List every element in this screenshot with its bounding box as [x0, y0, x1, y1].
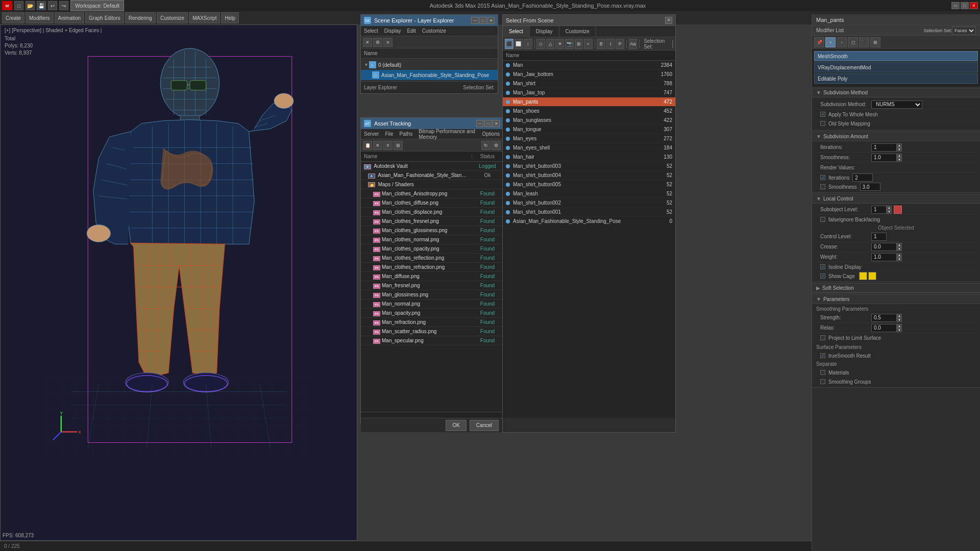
rp-iter-down[interactable]: ▼ — [897, 147, 902, 152]
at-row-opacity[interactable]: PSMan_clothes_opacity.png Found — [361, 244, 503, 254]
at-row-glossiness[interactable]: PSMan_clothes_glossiness.png Found — [361, 226, 503, 235]
animation-tab[interactable]: Animation — [55, 12, 84, 23]
ss-row-eyes-shell[interactable]: Man_eyes_shell 184 — [503, 143, 675, 153]
rp-subobj-spinner[interactable]: 1 ▲ ▼ — [871, 206, 892, 214]
ss-row-man[interactable]: Man 2384 — [503, 61, 675, 70]
rp-selection-type[interactable]: Faces — [952, 27, 976, 35]
at-maximize[interactable]: □ — [484, 120, 492, 127]
ss-tab-customize[interactable]: Customize — [559, 26, 596, 37]
at-row-displace[interactable]: PSMan_clothes_displace.png Found — [361, 208, 503, 217]
rp-weight-spinner[interactable]: 1.0 ▲ ▼ — [871, 253, 902, 261]
at-menu-server[interactable]: Server — [364, 131, 379, 137]
open-button[interactable]: 📂 — [26, 1, 35, 10]
ss-tb-none[interactable]: ⬜ — [514, 39, 523, 49]
rp-tb-polygons[interactable]: ⬛ — [859, 37, 869, 47]
ss-row-sunglasses[interactable]: Man_sunglasses 422 — [503, 116, 675, 125]
rp-iterations-spinner[interactable]: 1 ▲ ▼ — [871, 143, 902, 152]
rp-strength-down[interactable]: ▼ — [897, 318, 902, 322]
ss-row-hair[interactable]: Man_hair 130 — [503, 153, 675, 162]
rp-mod-editable-poly[interactable]: Editable Poly — [814, 73, 978, 84]
rp-old-style-checkbox[interactable] — [820, 121, 825, 126]
ss-tb-helpers[interactable]: ⊞ — [575, 39, 583, 49]
rp-tb-edges[interactable]: ▫ — [837, 37, 847, 47]
ss-tb-geo[interactable]: ◇ — [536, 39, 545, 49]
rp-method-select[interactable]: NURMS — [871, 101, 922, 109]
at-scrollbar[interactable] — [361, 412, 503, 418]
ss-tb-lights[interactable]: ☀ — [555, 39, 564, 49]
maxscript-tab[interactable]: MAXScript — [189, 12, 220, 23]
at-row-man-scatter[interactable]: PSMan_scatter_radius.png Found — [361, 327, 503, 336]
rp-relax-down[interactable]: ▼ — [897, 328, 902, 332]
ss-row-eyes[interactable]: Man_eyes 272 — [503, 134, 675, 143]
rp-render-iter-checkbox[interactable] — [820, 175, 825, 180]
rp-ignore-backfacing-checkbox[interactable] — [820, 217, 825, 222]
ss-row-button002[interactable]: Man_shirt_button002 52 — [503, 198, 675, 208]
at-row-man-specular[interactable]: PSMan_specular.png Found — [361, 336, 503, 345]
rp-strength-up[interactable]: ▲ — [897, 314, 902, 318]
minimize-button[interactable]: ─ — [951, 2, 960, 9]
at-menu-bitmap[interactable]: Bitmap Performance and Memory — [419, 129, 476, 140]
rp-strength-spinner[interactable]: 0.5 ▲ ▼ — [871, 314, 902, 322]
at-minimize[interactable]: ─ — [476, 120, 483, 127]
ss-tab-display[interactable]: Display — [530, 26, 559, 37]
ss-close-button[interactable]: ✕ — [665, 17, 672, 24]
at-menu-options[interactable]: Options — [482, 131, 500, 137]
rp-smooth-result-checkbox[interactable] — [820, 353, 825, 358]
scene-explorer-close[interactable]: ✕ — [487, 17, 495, 24]
ss-tb-shapes[interactable]: △ — [546, 39, 555, 49]
rp-relax-spinner[interactable]: 0.0 ▲ ▼ — [871, 324, 902, 332]
save-button[interactable]: 💾 — [37, 1, 46, 10]
at-row-model[interactable]: A Asian_Man_Fashionable_Style_Standing_P… — [361, 171, 503, 180]
se-menu-edit[interactable]: Edit — [407, 28, 416, 34]
create-tab[interactable]: Create — [2, 12, 24, 23]
ss-row-button003[interactable]: Man_shirt_button003 52 — [503, 162, 675, 171]
se-menu-select[interactable]: Select — [364, 28, 378, 34]
at-menu-paths[interactable]: Paths — [400, 131, 413, 137]
rp-cage-color2[interactable] — [868, 272, 876, 280]
at-row-man-opacity[interactable]: PSMan_opacity.png Found — [361, 309, 503, 318]
rp-modifier-list-title[interactable]: Modifier List Selection Set: Faces — [812, 26, 980, 36]
at-tb-btn4[interactable]: ⊞ — [394, 141, 403, 150]
ss-tb-ik[interactable]: I — [606, 39, 615, 49]
at-row-diffuse[interactable]: PSMan_clothes_diffuse.png Found — [361, 198, 503, 208]
ss-tb-invert[interactable]: ↕ — [524, 39, 532, 49]
rp-crease-down[interactable]: ▼ — [897, 247, 902, 251]
rp-crease-up[interactable]: ▲ — [897, 243, 902, 247]
at-close[interactable]: ✕ — [493, 120, 500, 127]
ss-tb-pgroups[interactable]: P — [616, 39, 624, 49]
rp-apply-whole-mesh-checkbox[interactable] — [820, 112, 825, 117]
rp-show-cage-checkbox[interactable] — [820, 273, 825, 279]
rp-smoothing-groups-checkbox[interactable] — [820, 379, 825, 384]
at-row-anisotropy[interactable]: PSMan_clothes_Anisotropy.png Found — [361, 189, 503, 198]
rp-smooth-down[interactable]: ▼ — [897, 158, 902, 162]
redo-button[interactable]: ↪ — [59, 1, 68, 10]
at-row-refraction[interactable]: PSMan_clothes_refraction.png Found — [361, 263, 503, 272]
at-ok-button[interactable]: OK — [446, 420, 466, 431]
modifiers-tab[interactable]: Modifiers — [26, 12, 54, 23]
at-menu-file[interactable]: File — [385, 131, 393, 137]
ss-row-pose[interactable]: Asian_Man_Fashionable_Style_Standing_Pos… — [503, 217, 675, 226]
rp-relax-up[interactable]: ▲ — [897, 324, 902, 328]
workspace-selector[interactable]: Workspace: Default — [70, 0, 124, 11]
rp-weight-down[interactable]: ▼ — [897, 257, 902, 261]
at-row-man-glossiness[interactable]: PSMan_glossiness.png Found — [361, 290, 503, 299]
rp-isoline-checkbox[interactable] — [820, 264, 825, 269]
rp-cage-color1[interactable] — [859, 272, 867, 280]
se-tb-btn2[interactable]: ⚙ — [373, 38, 382, 47]
layer-row-default[interactable]: ▼ L 0 (default) — [361, 60, 498, 70]
ss-row-tongue[interactable]: Man_tongue 307 — [503, 125, 675, 134]
at-row-fresnel[interactable]: PSMan_clothes_fresnel.png Found — [361, 217, 503, 226]
rp-tb-elements[interactable]: ⊞ — [870, 37, 880, 47]
graph-editors-tab[interactable]: Graph Editors — [85, 12, 124, 23]
at-row-man-fresnel[interactable]: PSMan_fresnel.png Found — [361, 281, 503, 290]
rp-subobj-up[interactable]: ▲ — [887, 206, 892, 210]
at-row-maps[interactable]: 📁 Maps / Shaders — [361, 180, 503, 189]
layer-row-model[interactable]: ▷ Asian_Man_Fashionable_Style_Standing_P… — [361, 70, 498, 80]
ss-tb-all[interactable]: ⬛ — [505, 39, 513, 49]
rp-materials-checkbox[interactable] — [820, 370, 825, 375]
ss-row-button004[interactable]: Man_shirt_button004 52 — [503, 171, 675, 180]
at-row-man-normal[interactable]: PSMan_normal.png Found — [361, 299, 503, 309]
ss-tab-select[interactable]: Select — [503, 26, 530, 37]
rp-tb-borders[interactable]: ◻ — [848, 37, 858, 47]
rp-mod-vray[interactable]: VRayDisplacementMod — [814, 62, 978, 72]
